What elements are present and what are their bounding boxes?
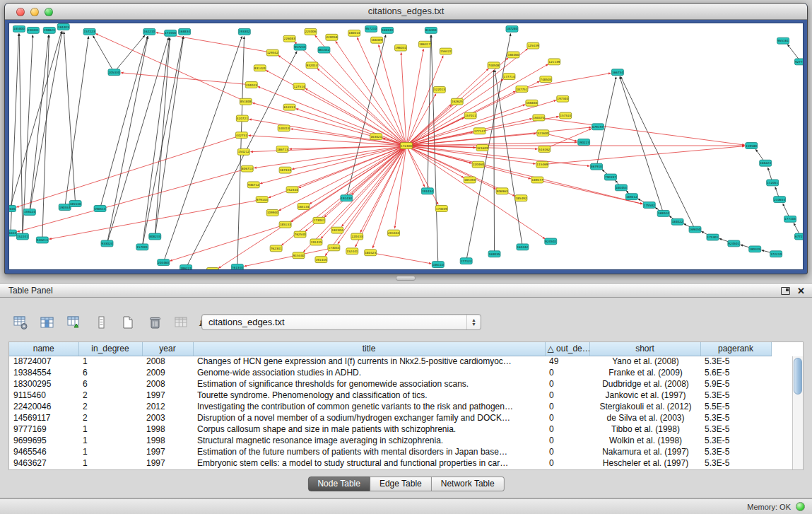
table-options-button[interactable] (11, 313, 30, 332)
graph-node[interactable]: 201444 (388, 230, 400, 236)
graph-edge[interactable] (163, 36, 242, 262)
panel-split-handle[interactable] (396, 276, 416, 281)
graph-node[interactable]: 169450 (689, 226, 701, 233)
graph-node[interactable]: 169035 (488, 251, 500, 257)
delete-column-button[interactable] (146, 313, 164, 332)
graph-node[interactable]: 185492 (515, 195, 527, 201)
graph-node[interactable]: 816304 (425, 27, 437, 33)
graph-node[interactable]: 166409 (371, 37, 383, 43)
graph-edge[interactable] (170, 225, 286, 261)
column-header[interactable]: in_degree (78, 342, 142, 356)
graph-node[interactable]: 808233 (149, 233, 161, 240)
graph-edge[interactable] (360, 146, 406, 232)
table-row[interactable]: 1456911722003Disruption of a novel membe… (9, 412, 771, 424)
graph-node[interactable]: 679197 (592, 124, 604, 130)
graph-node[interactable]: 762341 (270, 245, 282, 252)
graph-node[interactable]: 162210 (143, 28, 155, 35)
graph-node[interactable]: 806713 (241, 165, 253, 172)
graph-node[interactable]: 210654 (774, 197, 786, 203)
graph-node[interactable]: 957233 (294, 44, 306, 50)
graph-edge[interactable] (64, 32, 75, 204)
graph-node[interactable]: 159580 (746, 143, 758, 149)
graph-node[interactable]: 205330 (108, 69, 120, 76)
graph-node[interactable]: 177103 (784, 216, 796, 222)
graph-edge[interactable] (155, 37, 183, 237)
graph-node[interactable]: 186317 (418, 41, 430, 47)
window-titlebar[interactable]: citations_edges.txt (5, 4, 807, 20)
graph-edge[interactable] (522, 73, 611, 89)
graph-edge[interactable] (401, 53, 406, 146)
graph-edge[interactable] (93, 36, 114, 72)
table-row[interactable]: 1872400712008Changes of HCN gene express… (9, 356, 771, 367)
graph-node[interactable]: 187334 (207, 268, 219, 269)
graph-node[interactable]: 173041 (313, 217, 325, 223)
tab-node-table[interactable]: Node Table (307, 477, 370, 491)
graph-node[interactable]: 109940 (266, 209, 278, 216)
graph-node[interactable]: 168834 (179, 28, 191, 35)
graph-node[interactable]: 191434 (341, 195, 353, 201)
graph-node[interactable]: 915440 (293, 252, 305, 259)
graph-node[interactable]: 748508 (488, 62, 500, 69)
graph-node[interactable]: 174556 (165, 30, 177, 36)
column-header[interactable]: short (589, 342, 700, 356)
graph-node[interactable]: 979143 (256, 197, 268, 203)
graph-node[interactable]: 157223 (83, 28, 95, 35)
graph-node[interactable]: 762540 (294, 231, 306, 238)
graph-node[interactable]: 185530 (69, 201, 81, 207)
graph-node[interactable]: 185800 (13, 25, 25, 32)
graph-node[interactable]: 166460 (507, 52, 519, 58)
graph-edge[interactable] (142, 38, 170, 247)
graph-node[interactable]: 612251 (283, 104, 295, 110)
graph-node[interactable]: 163021 (370, 134, 382, 140)
graph-node[interactable]: 173049 (435, 206, 447, 212)
graph-node[interactable]: 442751 (235, 132, 247, 139)
graph-edge[interactable] (596, 77, 616, 167)
graph-edge[interactable] (292, 146, 406, 169)
graph-edge[interactable] (620, 77, 664, 214)
new-column-button[interactable] (119, 313, 137, 332)
graph-edge[interactable] (100, 37, 148, 209)
graph-edge[interactable] (321, 146, 406, 238)
graph-node[interactable]: 861442 (318, 47, 330, 53)
graph-edge[interactable] (107, 37, 148, 244)
graph-node[interactable]: 924502 (545, 238, 557, 245)
column-header[interactable]: pagerank (700, 342, 771, 356)
graph-node[interactable]: 172051 (767, 180, 779, 186)
graph-node[interactable]: 173044 (328, 245, 340, 251)
graph-node[interactable]: 224006 (305, 28, 317, 35)
graph-node[interactable]: 180014 (348, 30, 360, 36)
graph-node[interactable]: 204023 (245, 82, 257, 88)
graph-edge[interactable] (542, 146, 744, 165)
tab-edge-table[interactable]: Edge Table (370, 477, 432, 491)
graph-node[interactable]: 831424 (254, 65, 266, 71)
graph-node[interactable]: 761340 (231, 264, 243, 269)
zoom-window-button[interactable] (45, 8, 53, 16)
graph-node[interactable]: 166340 (382, 27, 394, 33)
graph-node[interactable]: 198823 (43, 27, 55, 33)
graph-node[interactable]: 157011 (464, 112, 476, 119)
graph-edge[interactable] (11, 34, 19, 233)
table-row[interactable]: 911546021997Tourette syndrome. Phenomeno… (9, 390, 771, 401)
graph-node[interactable]: 752344 (286, 187, 298, 193)
graph-node[interactable]: 177147 (473, 128, 486, 134)
close-panel-icon[interactable]: ✕ (797, 286, 805, 296)
graph-edge[interactable] (258, 87, 406, 146)
graph-node[interactable]: 191445 (315, 257, 327, 263)
graph-edge[interactable] (406, 146, 589, 166)
graph-edge[interactable] (357, 37, 406, 146)
graph-node[interactable]: 180453 (615, 185, 627, 191)
graph-node[interactable]: 180335 (749, 246, 761, 252)
graph-edge[interactable] (539, 117, 744, 145)
graph-node[interactable]: 187280 (506, 25, 518, 32)
table-row[interactable]: 946362711997Embryonic stem cells: a mode… (9, 457, 771, 469)
graph-node[interactable]: 196031 (395, 45, 407, 51)
graph-node[interactable]: 182302 (331, 227, 343, 233)
memory-ok-indicator[interactable] (796, 502, 805, 511)
graph-node[interactable]: 185133 (279, 221, 291, 228)
graph-node[interactable]: 220460 (472, 161, 484, 168)
graph-edge[interactable] (290, 129, 406, 146)
graph-node[interactable]: 190553 (59, 204, 71, 211)
graph-node[interactable]: 186110 (432, 262, 444, 268)
graph-node[interactable]: 140413 (278, 125, 290, 132)
column-header[interactable]: title (193, 342, 545, 356)
